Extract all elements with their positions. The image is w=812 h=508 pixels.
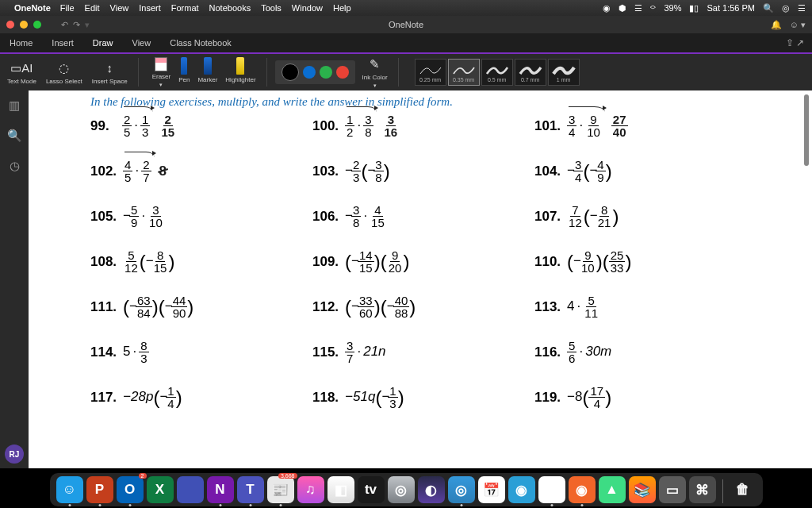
menu-edit[interactable]: Edit bbox=[85, 3, 100, 13]
marker-button[interactable]: Marker bbox=[195, 57, 220, 88]
notification-icon[interactable]: ☰ bbox=[798, 3, 806, 13]
redo-button[interactable]: ↷ bbox=[73, 20, 80, 30]
dock-app-3[interactable]: X bbox=[147, 476, 174, 503]
page-canvas[interactable]: In the following exercises, multiply, an… bbox=[29, 90, 812, 468]
dock-app-11[interactable]: ◎ bbox=[388, 476, 415, 503]
dock-app-10[interactable]: tv bbox=[358, 476, 385, 503]
dock-app-18[interactable]: ▲ bbox=[599, 476, 626, 503]
color-green[interactable] bbox=[320, 66, 332, 79]
dock-app-14[interactable]: 📅 bbox=[478, 476, 505, 503]
dropbox-icon[interactable]: ⬢ bbox=[619, 3, 626, 13]
tab-home[interactable]: Home bbox=[0, 33, 42, 53]
menu-view[interactable]: View bbox=[110, 3, 129, 13]
problem-101: 101.34·9102740 bbox=[534, 114, 741, 138]
search-icon[interactable]: 🔍 bbox=[7, 129, 22, 143]
color-red[interactable] bbox=[336, 66, 349, 79]
problem-106: 106.−38·415 bbox=[312, 204, 534, 229]
menu-notebooks[interactable]: Notebooks bbox=[209, 3, 251, 13]
maximize-window[interactable] bbox=[33, 21, 41, 29]
pen-button[interactable]: Pen bbox=[176, 57, 192, 88]
share-button[interactable]: ⇪ ↗ bbox=[786, 37, 804, 48]
stroke-0.5mm[interactable]: 0.5 mm bbox=[481, 59, 513, 86]
menu-window[interactable]: Window bbox=[292, 3, 323, 13]
window-title: OneNote bbox=[389, 20, 423, 29]
battery-pct: 39% bbox=[664, 3, 681, 13]
wifi-icon[interactable]: ⌔ bbox=[650, 3, 656, 13]
menu-insert[interactable]: Insert bbox=[139, 3, 161, 13]
problem-109: 109.(−1415)(920) bbox=[312, 249, 534, 274]
tab-insert[interactable]: Insert bbox=[42, 33, 83, 53]
dock-app-9[interactable]: ◧ bbox=[327, 476, 354, 503]
record-icon[interactable]: ◉ bbox=[603, 3, 611, 13]
dock-app-12[interactable]: ◐ bbox=[418, 476, 445, 503]
spotlight-icon[interactable]: 🔍 bbox=[763, 3, 774, 13]
dock-app-6[interactable]: T bbox=[237, 476, 264, 503]
minimize-window[interactable] bbox=[20, 21, 28, 29]
dock-app-8[interactable]: ♫ bbox=[297, 476, 324, 503]
highlighter-button[interactable]: Highlighter bbox=[223, 57, 258, 88]
menu-format[interactable]: Format bbox=[171, 3, 199, 13]
insert-space-button[interactable]: ↕Insert Space bbox=[90, 60, 130, 85]
problem-100: 100.12·38316 bbox=[312, 114, 534, 138]
network-icon[interactable]: ☰ bbox=[634, 3, 642, 13]
mac-menubar: OneNote File Edit View Insert Format Not… bbox=[0, 0, 812, 16]
dock-app-19[interactable]: 📚 bbox=[629, 476, 656, 503]
bell-icon[interactable]: 🔔 bbox=[771, 20, 782, 30]
stroke-1mm[interactable]: 1 mm bbox=[548, 59, 580, 86]
dock-app-2[interactable]: O2 bbox=[117, 476, 144, 503]
menu-tools[interactable]: Tools bbox=[261, 3, 282, 13]
ribbon-tabs: Home Insert Draw View Class Notebook ⇪ ↗ bbox=[0, 33, 812, 54]
dock-app-4[interactable] bbox=[177, 476, 204, 503]
dock-app-21[interactable]: ⌘ bbox=[689, 476, 716, 503]
instruction-text: In the following exercises, multiply, an… bbox=[90, 95, 796, 109]
problem-119: 119.−8(174) bbox=[534, 385, 741, 410]
lasso-select-button[interactable]: ◌Lasso Select bbox=[44, 60, 85, 85]
tab-view[interactable]: View bbox=[123, 33, 161, 53]
dock-app-5[interactable]: N bbox=[207, 476, 234, 503]
problem-105: 105.−59·310 bbox=[90, 204, 312, 229]
problem-112: 112.(−3360)(−4088) bbox=[312, 294, 534, 319]
dock-app-15[interactable]: ◉ bbox=[508, 476, 535, 503]
color-blue[interactable] bbox=[303, 66, 316, 79]
close-window[interactable] bbox=[6, 21, 14, 29]
problem-103: 103.−23(−38) bbox=[312, 159, 534, 183]
menu-help[interactable]: Help bbox=[333, 3, 351, 13]
eraser-button[interactable]: Eraser▾ bbox=[150, 57, 174, 88]
notebooks-icon[interactable]: ▥ bbox=[9, 98, 20, 113]
dock-app-16[interactable]: ◯ bbox=[538, 476, 565, 503]
problem-110: 110.(−910)(2533) bbox=[534, 249, 741, 274]
stroke-0.7mm[interactable]: 0.7 mm bbox=[515, 59, 546, 86]
dock-app-22[interactable]: 🗑 bbox=[730, 476, 756, 503]
problem-99: 99.25·13215 bbox=[90, 114, 312, 138]
siri-icon[interactable]: ◎ bbox=[782, 3, 790, 13]
color-black[interactable] bbox=[282, 64, 299, 81]
problem-116: 116.56·30m bbox=[534, 340, 741, 364]
problem-113: 113.4·511 bbox=[534, 294, 741, 319]
dock-app-0[interactable]: ☺ bbox=[56, 476, 83, 503]
dock-app-1[interactable]: P bbox=[86, 476, 113, 503]
recent-icon[interactable]: ◷ bbox=[10, 159, 20, 173]
dock-app-13[interactable]: ◎ bbox=[448, 476, 475, 503]
dock-app-7[interactable]: 📰3,668 bbox=[267, 476, 294, 503]
battery-icon: ▮▯ bbox=[689, 3, 699, 13]
tab-draw[interactable]: Draw bbox=[83, 33, 123, 53]
tab-classnotebook[interactable]: Class Notebook bbox=[160, 33, 241, 53]
stroke-0.35mm[interactable]: 0.35 mm bbox=[448, 59, 480, 86]
problem-114: 114.5·83 bbox=[90, 340, 312, 364]
dock-app-20[interactable]: ▭ bbox=[659, 476, 686, 503]
problem-115: 115.37·21n bbox=[312, 340, 534, 364]
ink-color-button[interactable]: ✎Ink Color▾ bbox=[360, 56, 390, 89]
menu-file[interactable]: File bbox=[60, 3, 75, 13]
problem-118: 118.−51q(−13) bbox=[312, 385, 534, 410]
scrollbar-thumb[interactable] bbox=[804, 94, 809, 166]
text-mode-button[interactable]: ▭AIText Mode bbox=[5, 60, 39, 85]
mac-dock: ☺PO2XNT📰3,668♫◧tv◎◐◎📅◉◯◉▲📚▭⌘🗑 bbox=[0, 470, 812, 508]
dock-app-17[interactable]: ◉ bbox=[569, 476, 596, 503]
problem-111: 111.(−6384)(−4490) bbox=[90, 294, 312, 319]
app-name[interactable]: OneNote bbox=[14, 3, 51, 13]
account-icon[interactable]: ☺ ▾ bbox=[790, 20, 806, 30]
clock[interactable]: Sat 1:56 PM bbox=[707, 3, 755, 13]
stroke-0.25mm[interactable]: 0.25 mm bbox=[415, 59, 446, 86]
user-avatar[interactable]: RJ bbox=[5, 444, 24, 464]
undo-button[interactable]: ↶ bbox=[61, 20, 68, 30]
